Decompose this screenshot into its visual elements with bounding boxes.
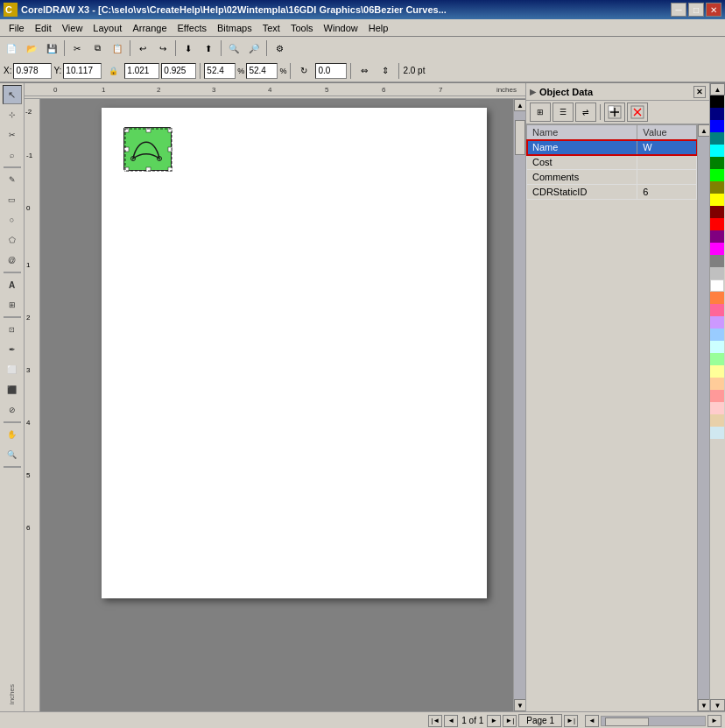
- palette-scroll-up-btn[interactable]: ▲: [710, 83, 725, 95]
- window-controls[interactable]: ─ □ ✕: [671, 3, 721, 17]
- swatch-orange[interactable]: [710, 292, 724, 304]
- row-comments-field[interactable]: Comments: [527, 170, 637, 185]
- interactive-fill-btn[interactable]: ⊘: [3, 400, 22, 420]
- open-btn[interactable]: 📂: [22, 39, 41, 58]
- swatch-silver[interactable]: [710, 267, 724, 279]
- list-view-btn[interactable]: ☰: [553, 102, 574, 122]
- page-tab[interactable]: Page 1: [518, 714, 562, 727]
- swatch-navy[interactable]: [710, 108, 724, 120]
- menu-file[interactable]: File: [4, 21, 30, 35]
- palette-scroll-down-btn[interactable]: ▼: [710, 699, 725, 711]
- ellipse-tool-btn[interactable]: ○: [3, 210, 22, 230]
- interactive-blend-btn[interactable]: ⊡: [3, 320, 22, 339]
- swatch-lightyellow[interactable]: [710, 365, 724, 378]
- row-cdrstatic-field[interactable]: CDRStaticID: [527, 185, 637, 200]
- y-input[interactable]: [63, 63, 102, 79]
- swatch-white[interactable]: [710, 279, 724, 292]
- scale-h-input[interactable]: [246, 63, 278, 79]
- swatch-teal[interactable]: [710, 132, 724, 145]
- row-cost-field[interactable]: Cost: [527, 155, 637, 170]
- table-row-name[interactable]: Name W: [527, 140, 697, 155]
- menu-edit[interactable]: Edit: [30, 21, 57, 35]
- menu-arrange[interactable]: Arrange: [127, 21, 172, 35]
- close-button[interactable]: ✕: [706, 3, 721, 17]
- zoom-in-btn[interactable]: 🔍: [224, 39, 243, 58]
- swatch-green[interactable]: [710, 157, 724, 169]
- swatch-yellow[interactable]: [710, 194, 724, 206]
- menu-effects[interactable]: Effects: [172, 21, 212, 35]
- table-row-cost[interactable]: Cost: [527, 155, 697, 170]
- table-row-comments[interactable]: Comments: [527, 170, 697, 185]
- swatch-lightblue2[interactable]: [710, 427, 724, 439]
- save-btn[interactable]: 💾: [42, 39, 61, 58]
- status-scroll-h[interactable]: ◄ ►: [585, 715, 721, 727]
- freehand-tool-btn[interactable]: ✎: [3, 170, 22, 189]
- copy-btn[interactable]: ⧉: [88, 39, 107, 58]
- rotation-input[interactable]: [315, 63, 347, 79]
- maximize-button[interactable]: □: [688, 3, 704, 17]
- panel-scroll-track[interactable]: [698, 137, 709, 699]
- polygon-tool-btn[interactable]: ⬠: [3, 230, 22, 250]
- swatch-cyan[interactable]: [710, 145, 724, 157]
- swatch-red[interactable]: [710, 218, 724, 230]
- swatch-pink[interactable]: [710, 304, 724, 316]
- swatch-maroon[interactable]: [710, 206, 724, 218]
- scroll-down-btn[interactable]: ▼: [514, 699, 525, 711]
- swatch-rose[interactable]: [710, 390, 724, 402]
- row-name-value[interactable]: W: [637, 140, 697, 155]
- height-input[interactable]: [161, 63, 196, 79]
- width-input[interactable]: [124, 63, 159, 79]
- scroll-thumb-v[interactable]: [515, 120, 525, 155]
- cut-btn[interactable]: ✂: [67, 39, 87, 58]
- swatch-lime[interactable]: [710, 169, 724, 181]
- menu-text[interactable]: Text: [257, 21, 285, 35]
- mirror-v-btn[interactable]: ⇕: [376, 61, 395, 81]
- delete-field-btn[interactable]: [627, 102, 648, 122]
- lock-aspect-btn[interactable]: 🔒: [103, 61, 123, 81]
- row-cost-value[interactable]: [637, 155, 697, 170]
- table-view-btn[interactable]: ⊞: [530, 102, 551, 122]
- new-field-btn[interactable]: [604, 102, 625, 122]
- spiral-tool-btn[interactable]: @: [3, 251, 22, 270]
- zoom-out-btn[interactable]: 🔎: [244, 39, 264, 58]
- paste-btn[interactable]: 📋: [108, 39, 127, 58]
- scroll-thumb-h[interactable]: [605, 717, 649, 726]
- scale-w-input[interactable]: [204, 63, 236, 79]
- swatch-black[interactable]: [710, 95, 724, 108]
- select-tool-btn[interactable]: ↖: [3, 85, 22, 104]
- swatch-magenta[interactable]: [710, 243, 724, 255]
- swatch-mistyrose[interactable]: [710, 402, 724, 414]
- fill-btn[interactable]: ⬛: [3, 380, 22, 399]
- scroll-up-btn[interactable]: ▲: [514, 99, 525, 111]
- zoom-tool-btn[interactable]: ⌕: [3, 145, 22, 165]
- new-file-btn[interactable]: 📄: [2, 39, 21, 58]
- menu-view[interactable]: View: [57, 21, 88, 35]
- field-editor-btn[interactable]: ⇌: [575, 102, 596, 122]
- menu-bitmaps[interactable]: Bitmaps: [212, 21, 257, 35]
- row-name-field[interactable]: Name: [527, 140, 637, 155]
- menu-help[interactable]: Help: [363, 21, 394, 35]
- scroll-track-h[interactable]: [601, 716, 706, 726]
- swatch-gray[interactable]: [710, 255, 724, 267]
- swatch-purple[interactable]: [710, 230, 724, 243]
- x-input[interactable]: [13, 63, 52, 79]
- scroll-left-btn[interactable]: ◄: [585, 715, 599, 727]
- panel-scrollbar[interactable]: ▲ ▼: [697, 124, 709, 711]
- text-tool-btn[interactable]: A: [3, 275, 22, 294]
- menu-window[interactable]: Window: [319, 21, 363, 35]
- swatch-skyblue[interactable]: [710, 329, 724, 341]
- swatch-lightgreen[interactable]: [710, 353, 724, 365]
- add-page-btn[interactable]: ►|: [564, 715, 578, 727]
- swatch-tan[interactable]: [710, 414, 724, 427]
- pan-tool-btn[interactable]: ✋: [3, 425, 22, 444]
- scroll-track-v[interactable]: [514, 111, 525, 699]
- last-page-btn[interactable]: ►|: [503, 715, 517, 727]
- swatch-peach[interactable]: [710, 378, 724, 390]
- row-cdrstatic-value[interactable]: 6: [637, 185, 697, 200]
- swatch-blue[interactable]: [710, 120, 724, 132]
- mirror-h-btn[interactable]: ⇔: [355, 61, 374, 81]
- table-row-cdrstatic[interactable]: CDRStaticID 6: [527, 185, 697, 200]
- rotate-btn[interactable]: ↻: [294, 61, 313, 81]
- crop-tool-btn[interactable]: ✂: [3, 125, 22, 145]
- swatch-lightcyan[interactable]: [710, 341, 724, 353]
